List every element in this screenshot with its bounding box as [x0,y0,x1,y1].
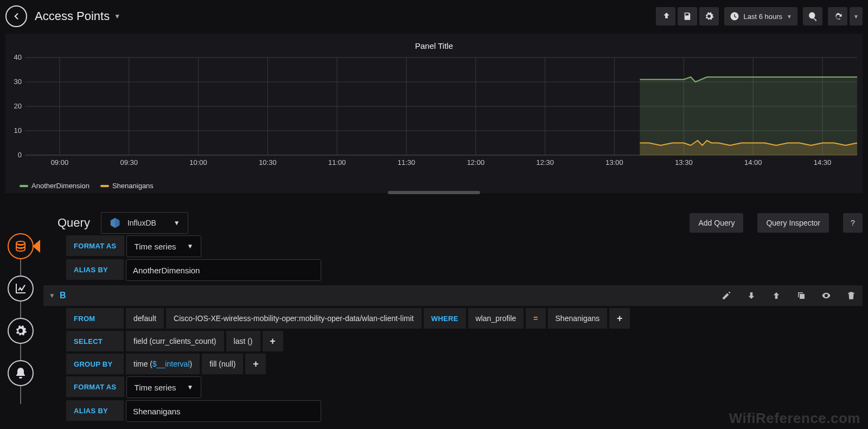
arrow-left-icon [11,11,21,21]
zoom-out-button[interactable] [803,7,822,25]
group-add[interactable]: + [245,354,266,374]
graph-area[interactable]: 01020304009:0009:3010:0010:3011:0011:301… [5,54,863,174]
query-tab-title: Query [58,216,90,230]
caret-down-icon: ▼ [114,12,120,20]
save-button[interactable] [678,7,697,25]
where-value[interactable]: Shenanigans [548,308,608,329]
query-inspector-button[interactable]: Query Inspector [757,213,829,233]
label-select: SELECT [66,331,124,351]
legend: AnotherDimensionShenanigans [20,182,154,190]
svg-text:13:00: 13:00 [605,158,623,167]
datasource-select[interactable]: InfluxDB ▼ [101,212,188,234]
query-help-button[interactable]: ? [843,213,863,233]
share-button[interactable] [656,7,675,25]
from-measurement[interactable]: Cisco-IOS-XE-wireless-mobility-oper:mobi… [166,308,422,329]
svg-text:10: 10 [14,126,22,135]
zoom-out-icon [808,11,818,21]
share-icon [661,11,671,21]
svg-text:14:30: 14:30 [814,158,832,167]
nav-queries[interactable] [8,233,34,259]
alias-by-input-b[interactable] [126,400,321,422]
caret-down-icon: ▼ [787,14,792,20]
back-button[interactable] [5,5,27,27]
save-icon [682,11,692,21]
watermark: WifiReference.com [729,410,860,427]
database-icon [14,240,27,253]
query-row-header-b: ▼ B [43,285,863,306]
caret-down-icon: ▼ [187,383,194,391]
time-range-picker[interactable]: Last 6 hours ▼ [724,7,797,25]
legend-swatch [20,185,28,187]
legend-swatch [100,185,109,187]
label-group-by: GROUP BY [66,354,124,374]
legend-item[interactable]: Shenanigans [100,182,154,190]
select-agg[interactable]: last () [226,331,260,351]
chart-icon [14,282,27,295]
move-down-icon[interactable] [746,291,756,300]
from-policy[interactable]: default [126,308,164,329]
label-format-as: FORMAT AS [66,235,124,256]
svg-text:09:30: 09:30 [120,158,138,167]
where-add[interactable]: + [609,308,630,329]
svg-text:10:30: 10:30 [259,158,277,167]
svg-text:12:00: 12:00 [467,158,485,167]
add-query-button[interactable]: Add Query [690,213,743,233]
panel-title: Panel Title [5,41,863,50]
refresh-icon [833,11,843,21]
select-field[interactable]: field (curr_clients_count) [126,331,224,351]
svg-text:0: 0 [18,151,22,159]
format-as-select-a[interactable]: Time series ▼ [126,235,202,257]
svg-text:14:00: 14:00 [744,158,762,167]
influxdb-icon [109,217,121,229]
caret-down-icon: ▼ [853,14,859,20]
format-as-select-b[interactable]: Time series ▼ [126,376,202,398]
settings-button[interactable] [699,7,719,25]
nav-visualization[interactable] [8,276,34,302]
group-time[interactable]: time ($__interval) [126,354,200,374]
svg-text:20: 20 [14,102,22,110]
caret-down-icon: ▼ [174,219,180,227]
select-add[interactable]: + [263,331,283,351]
refresh-button[interactable] [828,7,847,25]
where-op[interactable]: = [526,308,545,329]
graph-panel: Panel Title 01020304009:0009:3010:0010:3… [5,34,863,193]
refresh-dropdown[interactable]: ▼ [850,7,863,25]
eye-icon[interactable] [821,291,831,300]
dashboard-title-dropdown[interactable]: Access Points ▼ [35,9,120,23]
label-format-as: FORMAT AS [66,376,124,397]
move-up-icon[interactable] [771,291,781,300]
query-id: B [60,291,66,300]
edit-icon[interactable] [722,291,731,300]
bell-icon [14,367,27,380]
svg-text:30: 30 [14,78,22,86]
cog-icon [14,324,27,337]
group-fill[interactable]: fill (null) [202,354,243,374]
nav-alert[interactable] [8,360,34,386]
svg-text:09:00: 09:00 [51,158,69,167]
page-title: Access Points [35,9,110,23]
caret-down-icon: ▼ [187,242,194,250]
query-editor: Query InfluxDB ▼ Add Query Query Inspect… [43,210,863,429]
time-range-label: Last 6 hours [744,12,783,21]
svg-text:11:30: 11:30 [398,158,416,167]
svg-text:40: 40 [14,54,22,61]
label-where: WHERE [424,308,466,329]
alias-by-input-a[interactable] [126,259,321,281]
svg-text:12:30: 12:30 [536,158,554,167]
resize-handle[interactable] [388,191,480,194]
collapse-toggle[interactable]: ▼ [49,292,55,299]
clock-icon [730,11,739,21]
label-from: FROM [66,308,124,329]
svg-text:10:00: 10:00 [189,158,207,167]
legend-item[interactable]: AnotherDimension [20,182,90,190]
label-alias-by: ALIAS BY [66,259,124,280]
trash-icon[interactable] [846,291,856,300]
where-key[interactable]: wlan_profile [468,308,524,329]
editor-nav [3,233,38,429]
gear-icon [704,11,714,21]
svg-text:13:30: 13:30 [675,158,693,167]
svg-text:11:00: 11:00 [328,158,346,167]
nav-general[interactable] [8,318,34,344]
label-alias-by: ALIAS BY [66,400,124,421]
duplicate-icon[interactable] [796,291,806,300]
